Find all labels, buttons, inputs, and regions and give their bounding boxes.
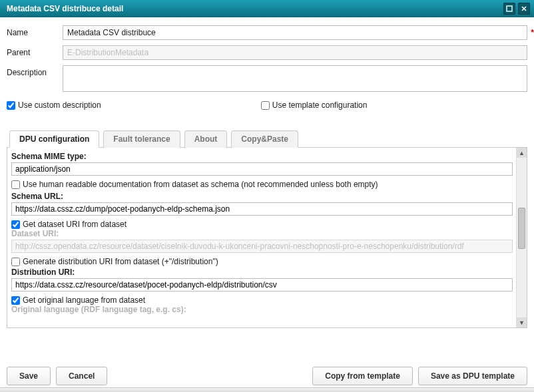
distribution-uri-label: Distribution URI: [11,268,513,277]
save-as-dpu-template-button[interactable]: Save as DPU template [418,367,527,385]
svg-rect-0 [507,6,512,11]
tab-panel: Schema MIME type: Use human readable doc… [7,148,527,328]
required-indicator: * [531,28,534,37]
tab-dpu-configuration[interactable]: DPU configuration [9,130,99,148]
titlebar: Metadata CSV distribuce detail [0,0,534,17]
schema-mime-label: Schema MIME type: [11,152,513,161]
generate-distribution-uri-checkbox[interactable] [11,258,20,266]
dataset-uri-input [11,240,513,253]
schema-url-input[interactable] [11,202,513,216]
close-button[interactable] [518,3,530,15]
description-label: Description [7,65,63,77]
window-resize-strip[interactable] [0,387,534,392]
schema-mime-input[interactable] [11,162,513,176]
use-template-configuration-checkbox[interactable] [261,101,270,110]
parent-label: Parent [7,45,63,57]
scroll-up-arrow-icon[interactable]: ▲ [517,148,527,158]
scrollbar-thumb[interactable] [518,208,525,249]
tabstrip: DPU configuration Fault tolerance About … [7,130,527,148]
tab-fault-tolerance[interactable]: Fault tolerance [103,130,180,148]
original-language-label: Original language (RDF language tag, e.g… [11,305,513,314]
get-original-language-checkbox[interactable] [11,296,20,305]
tab-copy-paste[interactable]: Copy&Paste [231,130,298,148]
description-textarea[interactable] [63,65,527,92]
dataset-uri-label: Dataset URI: [11,229,513,238]
get-original-language-label: Get original language from dataset [23,295,145,305]
generate-distribution-uri-label: Generate distribution URI from dataset (… [23,257,218,266]
window-title: Metadata CSV distribuce detail [7,4,123,13]
copy-from-template-button[interactable]: Copy from template [312,367,413,385]
name-input[interactable] [63,25,527,40]
use-custom-description-label: Use custom description [18,100,101,110]
use-custom-description-checkbox[interactable] [7,101,15,110]
distribution-uri-input[interactable] [11,278,513,292]
tab-about[interactable]: About [184,130,228,148]
dialog-window: Metadata CSV distribuce detail Name * Pa… [0,0,534,392]
name-label: Name [7,25,63,37]
scroll-down-arrow-icon[interactable]: ▼ [517,317,527,327]
use-human-readable-label: Use human readable documentation from da… [23,180,378,189]
cancel-button[interactable]: Cancel [56,367,107,385]
maximize-button[interactable] [503,3,515,15]
save-button[interactable]: Save [7,367,51,385]
parent-input [63,45,527,60]
get-dataset-uri-label: Get dataset URI from dataset [23,220,127,229]
use-template-configuration-label: Use template configuration [272,100,368,110]
use-human-readable-checkbox[interactable] [11,180,20,189]
schema-url-label: Schema URL: [11,192,513,201]
vertical-scrollbar[interactable]: ▲ ▼ [516,148,527,327]
get-dataset-uri-checkbox[interactable] [11,220,20,229]
